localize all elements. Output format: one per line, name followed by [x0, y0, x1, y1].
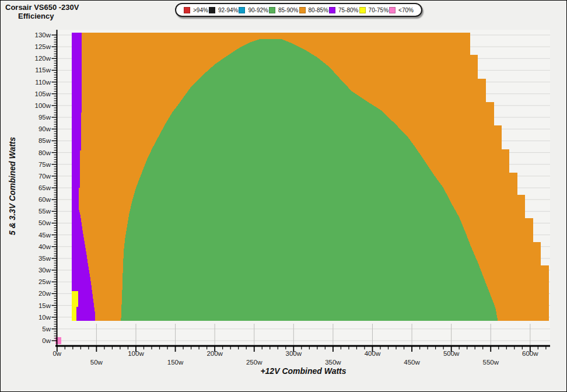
y-tick-label: 120w — [35, 55, 51, 62]
y-tick-label: 100w — [35, 102, 51, 109]
y-tick-label: 5w — [42, 326, 51, 332]
y-tick-label: 25w — [38, 278, 51, 285]
y-tick-label: 30w — [38, 267, 51, 274]
x-axis-title: +12V Combined Watts — [57, 366, 550, 376]
y-tick-label: 40w — [38, 243, 51, 250]
x-tick-label: 350w — [325, 359, 341, 366]
y-tick-label: 130w — [35, 32, 51, 38]
y-tick-label: 80w — [38, 149, 51, 156]
y-tick-label: 90w — [38, 125, 51, 132]
y-tick-label: 125w — [35, 43, 51, 50]
y-tick-label: 35w — [38, 255, 51, 262]
x-tick-label: 600w — [522, 350, 538, 357]
x-tick-label: 100w — [128, 350, 144, 357]
y-tick-label: 15w — [38, 302, 51, 309]
y-tick-label: 95w — [38, 114, 51, 121]
y-tick-label: 45w — [38, 232, 51, 239]
x-tick-label: 300w — [286, 350, 302, 357]
plot-area: 0w5w10w15w20w25w30w35w40w45w50w55w60w65w… — [1, 1, 567, 392]
x-tick-label: 450w — [404, 359, 420, 366]
y-tick-label: 105w — [35, 90, 51, 97]
y-tick-label: 75w — [38, 161, 51, 168]
x-tick-label: 250w — [246, 359, 262, 366]
x-tick-label: 50w — [90, 359, 103, 366]
y-tick-label: 65w — [38, 184, 51, 191]
x-tick-label: 500w — [443, 350, 460, 357]
y-tick-label: 60w — [38, 196, 51, 203]
y-tick-label: 85w — [38, 137, 51, 144]
y-tick-label: 10w — [38, 314, 51, 321]
y-tick-label: 70w — [38, 173, 51, 180]
y-tick-label: 50w — [38, 219, 51, 226]
efficiency-chart: Corsair VS650 -230V Efficiency >94%92-94… — [0, 0, 567, 392]
x-tick-label: 550w — [482, 359, 499, 366]
y-tick-label: 110w — [35, 79, 51, 86]
x-tick-label: 200w — [206, 350, 223, 357]
x-tick-label: 0w — [52, 350, 61, 357]
y-tick-label: 0w — [42, 337, 51, 344]
x-tick-label: 400w — [365, 350, 381, 357]
x-tick-label: 150w — [167, 359, 184, 366]
y-tick-label: 115w — [35, 66, 51, 74]
y-axis-title: 5 & 3.3V Combined Watts — [8, 99, 17, 274]
y-tick-label: 55w — [38, 208, 51, 215]
y-tick-label: 20w — [38, 290, 51, 297]
